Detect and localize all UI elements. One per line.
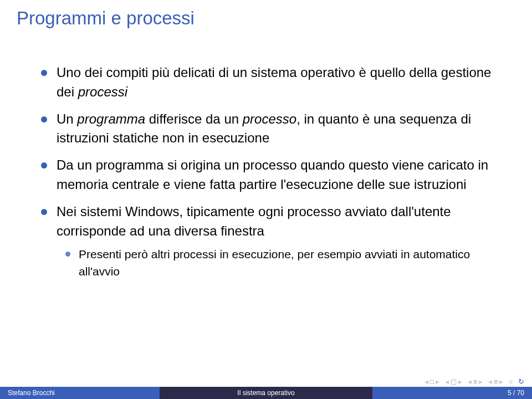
sub-bullet-item: Presenti però altri processi in esecuzio… xyxy=(65,246,504,280)
footer: Stefano Brocchi Il sistema operativo 5 /… xyxy=(0,387,532,399)
nav-section-icon[interactable]: ≡ xyxy=(509,378,513,385)
nav-first-icon[interactable]: ◀□▶ xyxy=(424,378,439,385)
nav-next-icon[interactable]: ◀≡▶ xyxy=(488,378,503,385)
bullet-item: Uno dei compiti più delicati di un siste… xyxy=(41,63,504,102)
slide-title: Programmi e processi xyxy=(0,0,532,41)
nav-refresh-icon[interactable]: ↻ xyxy=(518,377,524,386)
footer-author: Stefano Brocchi xyxy=(0,387,160,399)
slide-content: Uno dei compiti più delicati di un siste… xyxy=(0,41,532,280)
nav-prev-icon[interactable]: ◀▢▶ xyxy=(445,378,462,385)
footer-title: Il sistema operativo xyxy=(160,387,372,399)
bullet-item: Un programma differisce da un processo, … xyxy=(41,110,504,149)
bullet-item: Nei sistemi Windows, tipicamente ogni pr… xyxy=(41,202,504,280)
nav-back-icon[interactable]: ◀≡▶ xyxy=(468,378,483,385)
footer-page: 5 / 70 xyxy=(372,387,532,399)
bullet-item: Da un programma si origina un processo q… xyxy=(41,156,504,195)
nav-icons: ◀□▶ ◀▢▶ ◀≡▶ ◀≡▶ ≡ ↻ xyxy=(424,377,524,386)
